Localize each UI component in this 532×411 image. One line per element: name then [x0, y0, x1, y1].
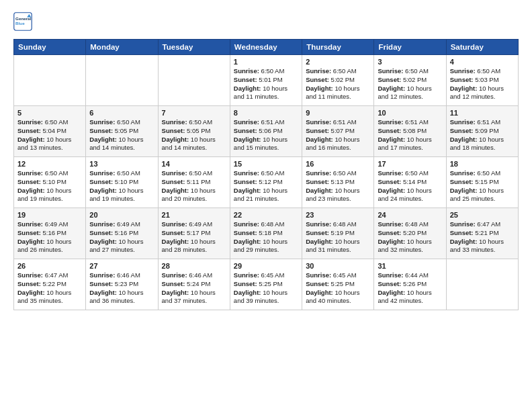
cell-info-line: Sunset: 5:05 PM [162, 127, 226, 136]
calendar-cell: 10Sunrise: 6:51 AMSunset: 5:08 PMDayligh… [374, 106, 446, 157]
cell-info-line: and 27 minutes. [89, 246, 154, 255]
dow-header-wednesday: Wednesday [230, 40, 302, 55]
calendar-cell [446, 259, 518, 310]
cell-info-line: and 20 minutes. [162, 195, 226, 203]
cell-info-line: Sunset: 5:02 PM [306, 76, 370, 85]
cell-info-line: Sunset: 5:05 PM [89, 127, 154, 136]
calendar-cell: 27Sunrise: 6:46 AMSunset: 5:23 PMDayligh… [86, 259, 158, 310]
cell-info-line: and 12 minutes. [378, 93, 442, 101]
cell-info-line: Daylight: 10 hours [234, 238, 298, 246]
cell-info-line: Sunset: 5:19 PM [306, 229, 370, 238]
cell-info-line: Sunrise: 6:51 AM [306, 118, 370, 127]
cell-info-line: and 28 minutes. [162, 246, 226, 255]
cell-info-line: Daylight: 10 hours [450, 136, 515, 144]
cell-info-line: Sunrise: 6:47 AM [450, 220, 515, 229]
calendar-cell: 23Sunrise: 6:48 AMSunset: 5:19 PMDayligh… [302, 208, 374, 259]
cell-info-line: Daylight: 10 hours [17, 136, 82, 144]
day-number: 17 [378, 160, 442, 168]
cell-info-line: Daylight: 10 hours [162, 289, 226, 298]
day-number: 21 [162, 211, 226, 219]
calendar-cell [158, 55, 230, 106]
cell-info-line: Daylight: 10 hours [306, 136, 370, 144]
day-number: 14 [162, 160, 226, 168]
day-number: 22 [234, 211, 298, 219]
calendar-cell: 8Sunrise: 6:51 AMSunset: 5:06 PMDaylight… [230, 106, 302, 157]
cell-info-line: and 37 minutes. [162, 297, 226, 306]
day-number: 28 [162, 262, 226, 270]
day-number: 25 [450, 211, 515, 219]
cell-info-line: Sunrise: 6:49 AM [17, 220, 82, 229]
calendar-cell: 24Sunrise: 6:48 AMSunset: 5:20 PMDayligh… [374, 208, 446, 259]
cell-info-line: Sunrise: 6:50 AM [306, 67, 370, 76]
cell-info-line: Daylight: 10 hours [234, 136, 298, 144]
week-row-5: 26Sunrise: 6:47 AMSunset: 5:22 PMDayligh… [14, 259, 519, 310]
cell-info-line: Sunrise: 6:50 AM [234, 67, 298, 76]
cell-info-line: Sunrise: 6:50 AM [17, 169, 82, 178]
day-number: 4 [450, 58, 515, 66]
cell-info-line: Daylight: 10 hours [162, 238, 226, 246]
calendar-cell: 31Sunrise: 6:44 AMSunset: 5:26 PMDayligh… [374, 259, 446, 310]
cell-info-line: and 21 minutes. [234, 195, 298, 203]
cell-info-line: Sunrise: 6:50 AM [162, 118, 226, 127]
week-row-4: 19Sunrise: 6:49 AMSunset: 5:16 PMDayligh… [14, 208, 519, 259]
cell-info-line: Sunrise: 6:50 AM [306, 169, 370, 178]
cell-info-line: and 24 minutes. [378, 195, 442, 203]
dow-header-friday: Friday [374, 40, 446, 55]
day-number: 9 [306, 109, 370, 117]
cell-info-line: Sunrise: 6:51 AM [450, 118, 515, 127]
calendar-cell: 30Sunrise: 6:45 AMSunset: 5:25 PMDayligh… [302, 259, 374, 310]
calendar-cell: 22Sunrise: 6:48 AMSunset: 5:18 PMDayligh… [230, 208, 302, 259]
cell-info-line: Sunset: 5:11 PM [162, 178, 226, 187]
calendar-cell: 21Sunrise: 6:49 AMSunset: 5:17 PMDayligh… [158, 208, 230, 259]
calendar-cell: 2Sunrise: 6:50 AMSunset: 5:02 PMDaylight… [302, 55, 374, 106]
cell-info-line: Sunrise: 6:48 AM [378, 220, 442, 229]
cell-info-line: Sunset: 5:26 PM [378, 280, 442, 289]
cell-info-line: Daylight: 10 hours [234, 187, 298, 195]
calendar-cell: 18Sunrise: 6:50 AMSunset: 5:15 PMDayligh… [446, 157, 518, 208]
cell-info-line: and 42 minutes. [378, 297, 442, 306]
week-row-2: 5Sunrise: 6:50 AMSunset: 5:04 PMDaylight… [14, 106, 519, 157]
cell-info-line: Sunset: 5:20 PM [378, 229, 442, 238]
cell-info-line: Daylight: 10 hours [17, 289, 82, 298]
cell-info-line: Sunrise: 6:50 AM [234, 169, 298, 178]
day-number: 27 [89, 262, 154, 270]
cell-info-line: Daylight: 10 hours [17, 187, 82, 195]
cell-info-line: Sunrise: 6:46 AM [162, 271, 226, 280]
cell-info-line: Sunset: 5:10 PM [17, 178, 82, 187]
day-number: 3 [378, 58, 442, 66]
cell-info-line: Daylight: 10 hours [17, 238, 82, 246]
day-number: 12 [17, 160, 82, 168]
cell-info-line: Sunrise: 6:50 AM [378, 67, 442, 76]
cell-info-line: and 29 minutes. [234, 246, 298, 255]
cell-info-line: Sunset: 5:08 PM [378, 127, 442, 136]
cell-info-line: Sunset: 5:04 PM [17, 127, 82, 136]
day-number: 10 [378, 109, 442, 117]
cell-info-line: Sunset: 5:21 PM [450, 229, 515, 238]
cell-info-line: Daylight: 10 hours [89, 187, 154, 195]
cell-info-line: Sunset: 5:22 PM [17, 280, 82, 289]
cell-info-line: Sunrise: 6:44 AM [378, 271, 442, 280]
cell-info-line: Daylight: 10 hours [378, 85, 442, 93]
logo: General Blue [13, 12, 35, 31]
cell-info-line: Sunrise: 6:50 AM [17, 118, 82, 127]
day-number: 30 [306, 262, 370, 270]
day-number: 7 [162, 109, 226, 117]
cell-info-line: Daylight: 10 hours [234, 289, 298, 298]
cell-info-line: and 19 minutes. [17, 195, 82, 203]
cell-info-line: Sunset: 5:18 PM [234, 229, 298, 238]
cell-info-line: Sunrise: 6:48 AM [234, 220, 298, 229]
cell-info-line: and 23 minutes. [306, 195, 370, 203]
cell-info-line: Daylight: 10 hours [450, 238, 515, 246]
calendar-cell: 14Sunrise: 6:50 AMSunset: 5:11 PMDayligh… [158, 157, 230, 208]
cell-info-line: and 35 minutes. [17, 297, 82, 306]
day-number: 24 [378, 211, 442, 219]
cell-info-line: Sunrise: 6:45 AM [234, 271, 298, 280]
calendar-page: General Blue SundayMondayTuesdayWednesda… [0, 0, 532, 317]
cell-info-line: Sunset: 5:23 PM [89, 280, 154, 289]
day-number: 6 [89, 109, 154, 117]
cell-info-line: Sunset: 5:25 PM [306, 280, 370, 289]
cell-info-line: Sunset: 5:25 PM [234, 280, 298, 289]
day-number: 11 [450, 109, 515, 117]
cell-info-line: Sunrise: 6:51 AM [378, 118, 442, 127]
cell-info-line: Sunrise: 6:49 AM [89, 220, 154, 229]
